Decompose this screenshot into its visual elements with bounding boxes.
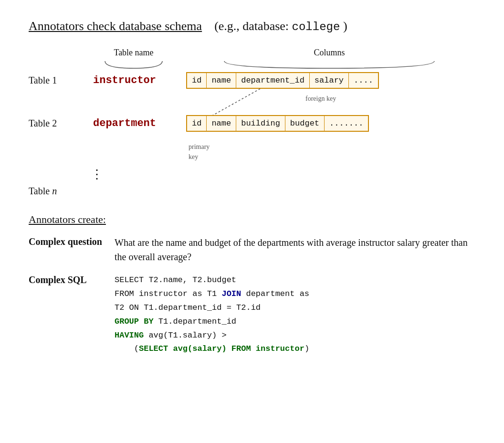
pk-label: primarykey — [189, 143, 210, 160]
title-close: ) — [343, 19, 347, 33]
col-more-1: .... — [349, 73, 378, 88]
table-name-label: Table name — [81, 48, 186, 58]
sql-line-1: SELECT T2.name, T2.budget — [115, 274, 475, 287]
col-dept-id: department_id — [236, 73, 310, 88]
table1-name: instructor — [91, 74, 186, 86]
table2-label: Table 2 — [29, 118, 91, 129]
pk-label-area: primarykey — [189, 141, 458, 161]
complex-question-text: What are the name and budget of the depa… — [115, 235, 475, 264]
complex-question-label: Complex question — [29, 235, 105, 247]
columns-brace — [220, 59, 439, 72]
complex-sql-block: SELECT T2.name, T2.budget FROM instructo… — [115, 274, 475, 356]
table-n: Table n — [29, 186, 458, 197]
dots-row: ⋮ — [29, 169, 458, 181]
complex-sql-label: Complex SQL — [29, 274, 105, 285]
sql-line-5: HAVING avg(T1.salary) > — [115, 329, 475, 343]
table2-name: department — [91, 117, 186, 129]
table1-row: Table 1 instructor id name department_id… — [29, 72, 458, 89]
page-title: Annotators check database schema (e.g., … — [29, 19, 475, 33]
create-section: Annotators create: Complex question What… — [29, 213, 475, 356]
columns-label: Columns — [215, 48, 444, 58]
col-building: building — [236, 116, 285, 131]
sql-line-3: T2 ON T1.department_id = T2.id — [115, 301, 475, 315]
sql-join-keyword: JOIN — [221, 289, 241, 298]
sql-select-subquery-keyword: SELECT avg(salary) FROM instructor — [139, 344, 304, 353]
col-id-1: id — [187, 73, 207, 88]
title-underline: Annotators check database schema — [29, 19, 202, 33]
table1-label: Table 1 — [29, 75, 91, 86]
col-name-2: name — [207, 116, 236, 131]
schema-diagram: Table name Columns Table 1 instructor id… — [29, 48, 458, 197]
col-budget: budget — [285, 116, 325, 131]
table-name-brace — [100, 59, 167, 72]
qa-grid: Complex question What are the name and b… — [29, 235, 475, 356]
col-salary: salary — [310, 73, 349, 88]
table1-columns: id name department_id salary .... — [186, 72, 379, 89]
sql-groupby-keyword: GROUP BY — [115, 317, 154, 326]
table2-columns: id name building budget ....... — [186, 115, 369, 132]
title-example: (e.g., database: — [214, 19, 289, 33]
sql-line-4: GROUP BY T1.department_id — [115, 315, 475, 329]
sql-line-2: FROM instructor as T1 JOIN department as — [115, 287, 475, 301]
col-more-2: ....... — [325, 116, 368, 131]
connector-area — [29, 98, 458, 113]
col-name-1: name — [207, 73, 236, 88]
sql-line-6: (SELECT avg(salary) FROM instructor) — [115, 342, 475, 356]
main-container: Annotators check database schema (e.g., … — [29, 19, 475, 356]
table2-row: Table 2 department id name building budg… — [29, 115, 458, 132]
create-title: Annotators create: — [29, 213, 475, 226]
title-db: college — [292, 21, 340, 33]
col-id-2: id — [187, 116, 207, 131]
dots-symbol: ⋮ — [91, 169, 105, 181]
sql-having-keyword: HAVING — [115, 331, 144, 340]
